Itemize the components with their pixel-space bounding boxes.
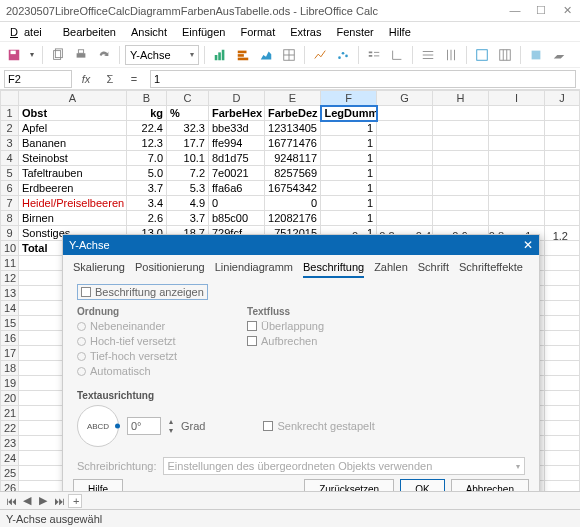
row-header[interactable]: 2	[1, 121, 19, 136]
col-header-D[interactable]: D	[209, 91, 265, 106]
col-header-F[interactable]: F	[321, 91, 377, 106]
cell-reference-box[interactable]: F2	[4, 70, 72, 88]
row-header[interactable]: 25	[1, 466, 19, 481]
row-header[interactable]: 6	[1, 181, 19, 196]
formula-input[interactable]: 1	[150, 70, 576, 88]
row-header[interactable]: 18	[1, 361, 19, 376]
menu-view[interactable]: Ansicht	[125, 25, 173, 39]
wall-icon[interactable]	[526, 45, 546, 65]
data-table-icon[interactable]	[495, 45, 515, 65]
row-header[interactable]: 15	[1, 316, 19, 331]
equals-icon[interactable]: =	[124, 69, 144, 89]
add-sheet-icon[interactable]: +	[68, 494, 82, 508]
col-header-G[interactable]: G	[377, 91, 433, 106]
writing-direction-select[interactable]: Einstellungen des übergeordneten Objekts…	[163, 457, 526, 475]
tab-skalierung[interactable]: Skalierung	[73, 261, 125, 278]
order-option[interactable]: Hoch-tief versetzt	[77, 335, 177, 347]
minimize-button[interactable]: —	[508, 4, 522, 17]
row-header[interactable]: 21	[1, 406, 19, 421]
row-header[interactable]: 12	[1, 271, 19, 286]
sum-icon[interactable]: Σ	[100, 69, 120, 89]
tab-liniendiagramm[interactable]: Liniendiagramm	[215, 261, 293, 278]
close-button[interactable]: ✕	[560, 4, 574, 17]
col-header-E[interactable]: E	[265, 91, 321, 106]
degree-input[interactable]: 0°	[127, 417, 161, 435]
row-header[interactable]: 20	[1, 391, 19, 406]
orientation-dial[interactable]: ABCD	[77, 405, 119, 447]
save-icon[interactable]	[4, 45, 24, 65]
grid-y-icon[interactable]	[441, 45, 461, 65]
dialog-close-icon[interactable]: ✕	[523, 238, 533, 252]
row-header[interactable]: 9	[1, 226, 19, 241]
chart-scatter-icon[interactable]	[333, 45, 353, 65]
axis-icon[interactable]	[387, 45, 407, 65]
order-option[interactable]: Automatisch	[77, 365, 177, 377]
name-box-combo[interactable]: Y-Achse▾	[125, 45, 199, 65]
order-option[interactable]: Tief-hoch versetzt	[77, 350, 177, 362]
legend-icon[interactable]	[364, 45, 384, 65]
row-header[interactable]: 24	[1, 451, 19, 466]
col-header-H[interactable]: H	[433, 91, 489, 106]
col-header-J[interactable]: J	[545, 91, 580, 106]
menu-help[interactable]: Hilfe	[383, 25, 417, 39]
nav-next-icon[interactable]: ▶	[36, 494, 50, 507]
row-header[interactable]: 8	[1, 211, 19, 226]
row-header[interactable]: 23	[1, 436, 19, 451]
tab-schrift[interactable]: Schrift	[418, 261, 449, 278]
svg-rect-9	[238, 50, 247, 53]
order-option[interactable]: Nebeneinander	[77, 320, 177, 332]
col-header-B[interactable]: B	[127, 91, 167, 106]
menu-edit[interactable]: Bearbeiten	[57, 25, 122, 39]
menu-window[interactable]: Fenster	[330, 25, 379, 39]
chart-line-icon[interactable]	[310, 45, 330, 65]
nav-last-icon[interactable]: ⏭	[52, 495, 66, 507]
row-header[interactable]: 10	[1, 241, 19, 256]
menu-file[interactable]: Datei	[4, 25, 54, 39]
titlebar: 20230507LibreOfficeCalcDiagrammFarbenAus…	[0, 0, 580, 22]
row-header[interactable]: 1	[1, 106, 19, 121]
tab-beschriftung[interactable]: Beschriftung	[303, 261, 364, 278]
row-header[interactable]: 5	[1, 166, 19, 181]
maximize-button[interactable]: ☐	[534, 4, 548, 17]
print-icon[interactable]	[71, 45, 91, 65]
data-range-icon[interactable]	[472, 45, 492, 65]
floor-icon[interactable]	[549, 45, 569, 65]
col-header-C[interactable]: C	[167, 91, 209, 106]
tab-zahlen[interactable]: Zahlen	[374, 261, 408, 278]
chart-bar-icon[interactable]	[210, 45, 230, 65]
row-header[interactable]: 14	[1, 301, 19, 316]
col-header-I[interactable]: I	[489, 91, 545, 106]
chart-area-icon[interactable]	[256, 45, 276, 65]
col-header-A[interactable]: A	[19, 91, 127, 106]
copy-icon[interactable]	[48, 45, 68, 65]
flow-option[interactable]: Aufbrechen	[247, 335, 324, 347]
chart-grid-icon[interactable]	[279, 45, 299, 65]
row-header[interactable]: 13	[1, 286, 19, 301]
nav-first-icon[interactable]: ⏮	[4, 495, 18, 507]
tab-positionierung[interactable]: Positionierung	[135, 261, 205, 278]
status-bar: Y-Achse ausgewähl	[0, 509, 580, 527]
chart-hbar-icon[interactable]	[233, 45, 253, 65]
dialog-title: Y-Achse	[69, 239, 110, 251]
row-header[interactable]: 3	[1, 136, 19, 151]
menu-format[interactable]: Format	[234, 25, 281, 39]
dropdown-icon[interactable]: ▾	[27, 45, 37, 65]
menu-extras[interactable]: Extras	[284, 25, 327, 39]
row-header[interactable]: 16	[1, 331, 19, 346]
nav-prev-icon[interactable]: ◀	[20, 494, 34, 507]
row-header[interactable]: 11	[1, 256, 19, 271]
fx-icon[interactable]: fx	[76, 69, 96, 89]
menu-insert[interactable]: Einfügen	[176, 25, 231, 39]
grid-x-icon[interactable]	[418, 45, 438, 65]
row-header[interactable]: 17	[1, 346, 19, 361]
redo-icon[interactable]	[94, 45, 114, 65]
show-label-checkbox[interactable]: Beschriftung anzeigen	[77, 284, 208, 300]
row-header[interactable]: 22	[1, 421, 19, 436]
stacked-checkbox[interactable]: Senkrecht gestapelt	[263, 420, 374, 432]
row-header[interactable]: 7	[1, 196, 19, 211]
flow-option[interactable]: Überlappung	[247, 320, 324, 332]
dialog-titlebar[interactable]: Y-Achse ✕	[63, 235, 539, 255]
tab-schrifteffekte[interactable]: Schrifteffekte	[459, 261, 523, 278]
row-header[interactable]: 4	[1, 151, 19, 166]
row-header[interactable]: 19	[1, 376, 19, 391]
